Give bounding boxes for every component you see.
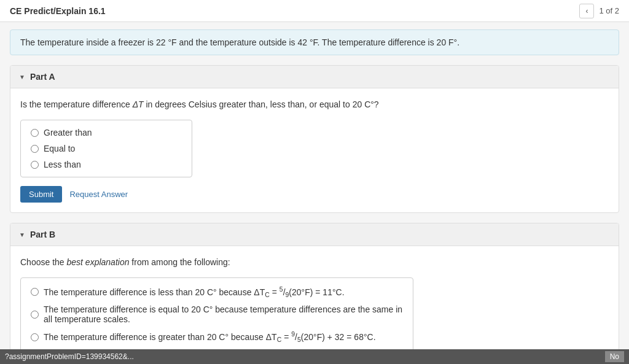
page-header: CE Predict/Explain 16.1 ‹ 1 of 2 [0,0,629,22]
part-a-option-equal-label: Equal to [44,144,75,153]
part-b-label: Part B [30,230,55,239]
part-b-radio-equal[interactable] [31,311,39,319]
part-a-math: ΔT [133,99,144,109]
page-title: CE Predict/Explain 16.1 [10,6,106,16]
part-b-option-less[interactable]: The temperature difference is less than … [31,285,403,298]
part-b-header: ▼ Part B [10,223,619,246]
part-a-actions: Submit Request Answer [20,186,609,203]
part-b-options: The temperature difference is less than … [20,277,413,352]
part-a-request-answer-link[interactable]: Request Answer [69,190,128,199]
info-box: The temperature inside a freezer is 22 °… [10,29,619,55]
status-bar: ?assignmentProblemID=139934562&... No [0,349,629,364]
part-b-option-less-text: The temperature difference is less than … [44,285,345,298]
part-a-radio-less[interactable] [31,161,39,169]
part-b-question: Choose the best explanation from among t… [20,256,609,269]
part-a-question: Is the temperature difference ΔT in degr… [20,98,609,111]
status-bar-right: No [605,351,624,362]
part-a-collapse-icon[interactable]: ▼ [19,74,25,80]
part-a-radio-greater[interactable] [31,129,39,137]
part-a-radio-equal[interactable] [31,145,39,153]
part-a-option-greater-label: Greater than [44,128,92,137]
main-content: The temperature inside a freezer is 22 °… [0,22,629,364]
part-a-header: ▼ Part A [10,66,619,88]
part-b-option-greater[interactable]: The temperature difference is greater th… [31,330,403,343]
part-b-radio-greater[interactable] [31,333,39,341]
part-a-option-greater[interactable]: Greater than [31,128,182,137]
part-a-option-less-label: Less than [44,160,81,169]
part-a-label: Part A [30,72,55,82]
part-b-emphasis: best explanation [67,257,130,267]
part-a-option-equal[interactable]: Equal to [31,144,182,153]
status-bar-url: ?assignmentProblemID=139934562&... [5,352,134,361]
prev-page-button[interactable]: ‹ [579,4,594,18]
part-b-option-equal[interactable]: The temperature difference is equal to 2… [31,304,403,324]
page-navigation: ‹ 1 of 2 [579,4,619,18]
part-b-option-greater-text: The temperature difference is greater th… [44,330,376,343]
part-b-collapse-icon[interactable]: ▼ [19,231,25,238]
part-b-option-equal-text: The temperature difference is equal to 2… [44,304,403,324]
part-b-body: Choose the best explanation from among t… [10,246,619,364]
part-a-option-less[interactable]: Less than [31,160,182,169]
part-b-section: ▼ Part B Choose the best explanation fro… [10,223,619,364]
part-a-section: ▼ Part A Is the temperature difference Δ… [10,65,619,213]
part-a-options: Greater than Equal to Less than [20,120,192,177]
part-a-body: Is the temperature difference ΔT in degr… [10,88,619,212]
chevron-left-icon: ‹ [585,7,588,15]
part-b-radio-less[interactable] [31,288,39,296]
part-a-submit-button[interactable]: Submit [20,186,62,203]
page-indicator: 1 of 2 [599,6,619,15]
info-text: The temperature inside a freezer is 22 °… [20,37,459,47]
